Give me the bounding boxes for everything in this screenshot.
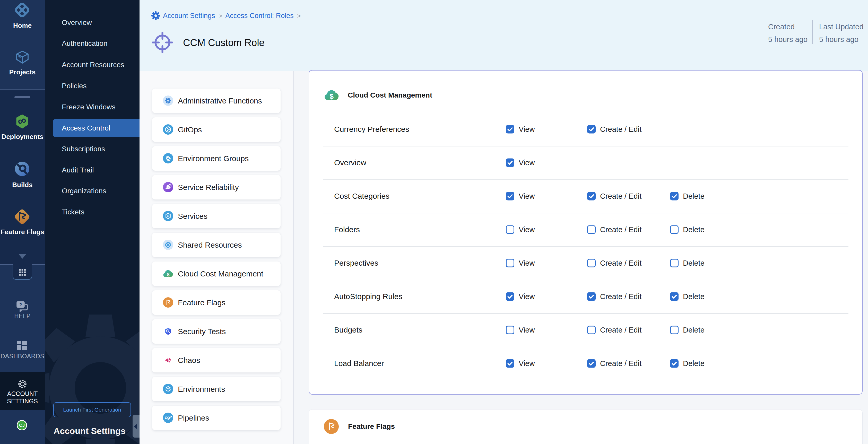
svg-text:$: $ — [330, 93, 334, 100]
svg-text:$: $ — [167, 272, 169, 277]
svg-text:?: ? — [19, 303, 22, 307]
svg-text:∞: ∞ — [16, 114, 28, 128]
